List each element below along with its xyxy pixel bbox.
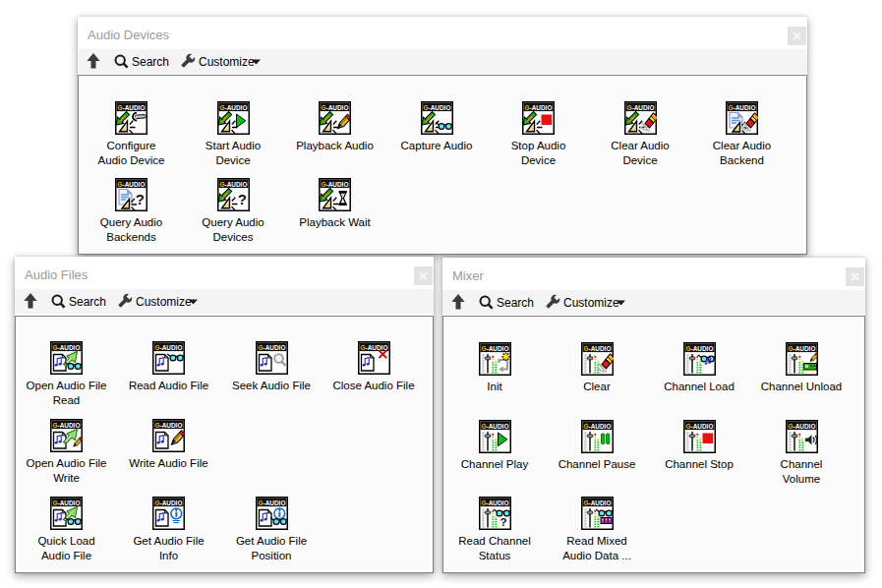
svg-text:?: ? — [500, 516, 506, 528]
